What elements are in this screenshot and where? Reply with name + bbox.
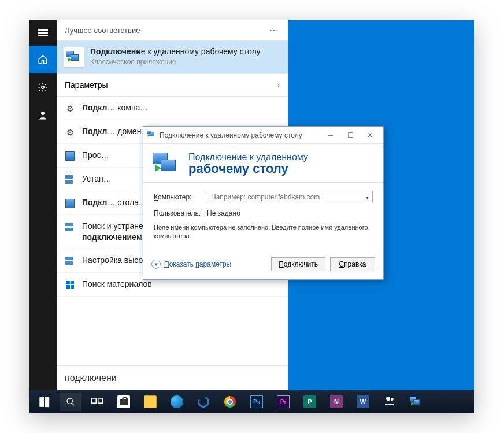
gear-icon bbox=[65, 127, 75, 138]
settings-label: Параметры bbox=[65, 80, 108, 90]
chevron-right-icon: › bbox=[277, 80, 280, 90]
start-header: Лучшее соответствие ⋯ bbox=[57, 20, 288, 41]
result-label: Подкл… компа… bbox=[82, 102, 148, 113]
rdp-icon bbox=[408, 395, 424, 408]
premiere-icon: Pr bbox=[277, 395, 290, 408]
taskbar-premiere[interactable]: Pr bbox=[270, 390, 296, 413]
chevron-down-icon[interactable]: ▾ bbox=[362, 191, 372, 203]
computer-label: Компьютер: bbox=[154, 193, 200, 201]
word-icon: W bbox=[357, 395, 369, 408]
svg-point-0 bbox=[42, 86, 45, 89]
explorer-icon bbox=[144, 395, 157, 408]
user-value: Не задано bbox=[207, 209, 240, 217]
store-icon bbox=[117, 395, 130, 408]
svg-point-1 bbox=[41, 112, 45, 115]
taskbar: PsPrPNW bbox=[29, 390, 474, 413]
connect-button[interactable]: Подключить bbox=[271, 257, 325, 271]
network-icon bbox=[65, 256, 75, 267]
result-label: Подкл… стола… bbox=[82, 197, 147, 208]
network-icon bbox=[65, 175, 75, 185]
taskbar-photoshop[interactable]: Ps bbox=[244, 390, 269, 413]
desktop: Лучшее соответствие ⋯ Подключение к удал… bbox=[29, 20, 474, 390]
taskbar-store[interactable] bbox=[111, 390, 136, 413]
best-match-heading: Лучшее соответствие bbox=[65, 26, 140, 35]
dialog-heading-2: рабочему столу bbox=[188, 161, 308, 176]
result-label: Устан… bbox=[82, 173, 112, 184]
svg-rect-5 bbox=[98, 398, 103, 402]
start-leftbar bbox=[29, 20, 57, 390]
svg-point-7 bbox=[391, 398, 394, 401]
taskbar-taskview[interactable] bbox=[84, 390, 110, 413]
best-match-item[interactable]: Подключение к удаленному рабочему столу … bbox=[57, 41, 288, 74]
help-button[interactable]: Справка bbox=[330, 257, 375, 271]
svg-point-2 bbox=[67, 398, 72, 404]
hamburger-icon bbox=[38, 29, 48, 36]
rdp-big-icon bbox=[153, 153, 180, 176]
dialog-hint: Поле имени компьютера не заполнено. Введ… bbox=[154, 223, 373, 241]
taskbar-people[interactable] bbox=[377, 390, 402, 413]
search-box[interactable] bbox=[57, 365, 288, 390]
taskbar-word[interactable]: W bbox=[350, 390, 376, 413]
people-icon bbox=[384, 395, 395, 409]
ie-icon bbox=[196, 394, 211, 409]
taskbar-ie[interactable] bbox=[191, 390, 216, 413]
edge-icon bbox=[171, 395, 183, 408]
leftbar-settings[interactable] bbox=[29, 73, 57, 101]
leftbar-people[interactable] bbox=[29, 101, 57, 129]
minimize-button[interactable]: ─ bbox=[321, 127, 340, 143]
dialog-title: Подключение к удаленному рабочему столу bbox=[160, 131, 302, 139]
search-icon bbox=[60, 393, 81, 411]
hamburger-button[interactable] bbox=[29, 20, 57, 46]
chevron-down-icon: ▾ bbox=[151, 260, 161, 269]
computer-input[interactable] bbox=[207, 193, 362, 201]
taskbar-onenote[interactable]: N bbox=[324, 390, 349, 413]
gear-icon bbox=[38, 82, 48, 92]
gear-icon bbox=[65, 103, 75, 114]
photoshop-icon: Ps bbox=[250, 395, 263, 408]
taskview-icon bbox=[91, 396, 103, 408]
maximize-button[interactable]: ☐ bbox=[340, 127, 360, 143]
person-icon bbox=[38, 110, 48, 120]
dialog-titlebar[interactable]: Подключение к удаленному рабочему столу … bbox=[143, 127, 383, 144]
rdp-titlebar-icon bbox=[147, 131, 156, 140]
taskbar-explorer[interactable] bbox=[138, 390, 163, 413]
user-label: Пользователь: bbox=[154, 209, 200, 217]
network-setting-icon bbox=[65, 198, 75, 209]
result-label: Поиск материалов bbox=[82, 279, 152, 290]
taskbar-edge[interactable] bbox=[164, 390, 190, 413]
taskbar-search[interactable] bbox=[58, 390, 83, 413]
show-options-link[interactable]: ▾ Показать параметры bbox=[151, 260, 231, 269]
rdp-dialog: Подключение к удаленному рабочему столу … bbox=[143, 126, 384, 280]
more-button[interactable]: ⋯ bbox=[269, 25, 280, 36]
leftbar-home[interactable] bbox=[29, 46, 57, 73]
rdp-icon bbox=[64, 47, 84, 68]
publisher-icon: P bbox=[303, 395, 316, 408]
computer-combo[interactable]: ▾ bbox=[207, 191, 373, 203]
close-button[interactable]: ✕ bbox=[360, 127, 380, 143]
svg-line-3 bbox=[72, 403, 74, 405]
taskbar-rdp[interactable] bbox=[403, 390, 429, 413]
svg-point-6 bbox=[386, 397, 390, 401]
taskbar-publisher[interactable]: P bbox=[297, 390, 323, 413]
taskbar-start[interactable] bbox=[31, 390, 57, 413]
windows-icon bbox=[65, 280, 75, 290]
windows-icon bbox=[39, 397, 49, 407]
svg-rect-4 bbox=[92, 398, 97, 402]
network-icon bbox=[65, 222, 75, 232]
best-match-subtitle: Классическое приложение bbox=[90, 58, 261, 66]
settings-category[interactable]: Параметры › bbox=[57, 74, 288, 97]
result-label: Прос… bbox=[82, 150, 109, 161]
result-label: Подкл… домен… bbox=[82, 126, 149, 137]
best-match-title: Подключение к удаленному рабочему столу bbox=[90, 47, 261, 56]
taskbar-chrome[interactable] bbox=[217, 390, 243, 413]
chrome-icon bbox=[224, 396, 236, 408]
dialog-header: Подключение к удаленному рабочему столу bbox=[143, 144, 383, 183]
network-setting-icon bbox=[65, 151, 75, 161]
search-input[interactable] bbox=[65, 373, 280, 383]
onenote-icon: N bbox=[330, 395, 343, 408]
home-icon bbox=[38, 54, 48, 65]
search-result-item[interactable]: Подкл… компа… bbox=[57, 97, 288, 120]
